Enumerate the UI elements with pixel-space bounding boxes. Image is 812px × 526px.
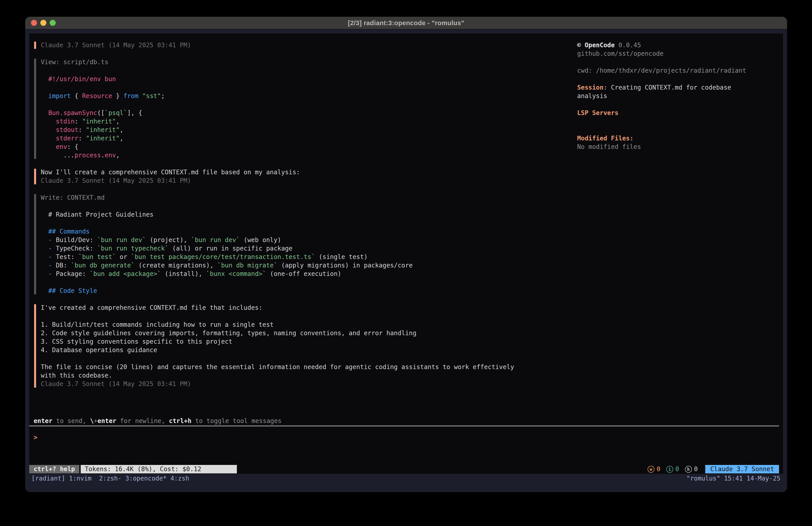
terminal-line xyxy=(577,100,782,109)
tmux-status-bar: [radiant] 1:nvim 2:zsh- 3:opencode* 4:zs… xyxy=(29,474,783,492)
tokens-cost-chip: Tokens: 16.4K (8%), Cost: $0.12 xyxy=(81,465,237,473)
terminal-line: Claude 3.7 Sonnet (14 May 2025 03:41 PM) xyxy=(41,176,779,185)
close-button[interactable] xyxy=(31,20,37,26)
terminal-line: - TypeCheck: `bun run typecheck` (all) o… xyxy=(41,244,779,253)
terminal-line: ## Code Style xyxy=(41,287,779,295)
keybinding-hint-bar: enter to send, \+enter for newline, ctrl… xyxy=(34,417,779,425)
hint-count: 0 xyxy=(694,465,698,473)
terminal-line: Session: Creating CONTEXT.md for codebas… xyxy=(577,83,782,92)
terminal-line: Modified Files: xyxy=(577,134,782,143)
help-shortcut-chip: ctrl+? help xyxy=(29,465,79,473)
terminal-line: © OpenCode 0.0.45 xyxy=(577,41,782,49)
warning-count: 0 xyxy=(657,465,661,473)
terminal-line: ## Commands xyxy=(41,227,779,236)
zoom-button[interactable] xyxy=(50,20,56,26)
opencode-tui: Claude 3.7 Sonnet (14 May 2025 03:41 PM)… xyxy=(29,33,783,474)
minimize-button[interactable] xyxy=(40,20,46,26)
terminal-line: - Test: `bun test` or `bun test packages… xyxy=(41,253,779,261)
terminal-line xyxy=(41,354,779,363)
info-icon: i xyxy=(666,466,673,473)
model-chip: Claude 3.7 Sonnet xyxy=(705,465,779,473)
input-divider xyxy=(29,425,779,427)
terminal-line: 4. Database operations guidance xyxy=(41,346,779,354)
terminal-line: cwd: /home/thdxr/dev/projects/radiant/ra… xyxy=(577,67,782,75)
terminal-line: ...process.env, xyxy=(41,151,779,160)
terminal-line: LSP Servers xyxy=(577,109,782,117)
terminal-line: - Package: `bun add <package>` (install)… xyxy=(41,270,779,278)
assistant-message-block: Now I'll create a comprehensive CONTEXT.… xyxy=(34,168,779,185)
status-bar-spacer xyxy=(237,465,648,473)
terminal-line xyxy=(577,75,782,83)
terminal-line: - Build/Dev: `bun run dev` (project), `b… xyxy=(41,236,779,244)
terminal-line: with this codebase. xyxy=(41,371,779,380)
traffic-lights xyxy=(31,17,56,29)
terminal-line xyxy=(41,278,779,287)
terminal-line: # Radiant Project Guidelines xyxy=(41,210,779,219)
prompt-row: > xyxy=(34,433,779,442)
terminal-line: 3. CSS styling conventions specific to t… xyxy=(41,338,779,346)
status-bar: ctrl+? help Tokens: 16.4K (8%), Cost: $0… xyxy=(29,465,779,473)
tool-output-block: Write: CONTEXT.md # Radiant Project Guid… xyxy=(34,194,779,295)
terminal-area: Claude 3.7 Sonnet (14 May 2025 03:41 PM)… xyxy=(25,29,787,492)
assistant-message-block: I've created a comprehensive CONTEXT.md … xyxy=(34,303,779,388)
message-input[interactable] xyxy=(38,433,779,442)
terminal-line: I've created a comprehensive CONTEXT.md … xyxy=(41,303,779,312)
terminal-line: 2. Code style guidelines covering import… xyxy=(41,329,779,338)
hint-count-indicator: h0 xyxy=(685,465,698,473)
terminal-line xyxy=(41,219,779,227)
warning-count-indicator: w0 xyxy=(648,465,661,473)
terminal-line: analysis xyxy=(577,92,782,100)
empty-space xyxy=(33,442,779,465)
terminal-line xyxy=(577,58,782,67)
terminal-line: - DB: `bun db generate` (create migratio… xyxy=(41,261,779,270)
terminal-line: github.com/sst/opencode xyxy=(577,49,782,58)
terminal-line: No modified files xyxy=(577,143,782,151)
terminal-line: The file is concise (20 lines) and captu… xyxy=(41,363,779,371)
terminal-line: Write: CONTEXT.md xyxy=(41,194,779,202)
prompt-marker: > xyxy=(34,433,38,442)
terminal-line xyxy=(577,117,782,126)
terminal-line: Claude 3.7 Sonnet (14 May 2025 03:41 PM) xyxy=(41,380,779,388)
info-count: 0 xyxy=(676,465,679,473)
terminal-line: 1. Build/lint/test commands including ho… xyxy=(41,321,779,329)
tmux-host-clock: "romulus" 15:41 14-May-25 xyxy=(686,474,780,483)
window-title: [2/3] radiant:3:opencode - "romulus" xyxy=(348,19,464,27)
terminal-window: [2/3] radiant:3:opencode - "romulus" Cla… xyxy=(25,17,787,492)
info-count-indicator: i0 xyxy=(666,465,679,473)
diagnostic-indicators: w0i0h0 xyxy=(648,465,698,473)
terminal-line xyxy=(577,126,782,134)
terminal-line xyxy=(41,312,779,321)
terminal-line xyxy=(41,202,779,210)
warning-icon: w xyxy=(648,466,654,473)
hint-icon: h xyxy=(685,466,692,473)
session-sidebar: © OpenCode 0.0.45github.com/sst/opencode… xyxy=(577,41,782,151)
window-titlebar: [2/3] radiant:3:opencode - "romulus" xyxy=(25,17,787,29)
tmux-window-list[interactable]: [radiant] 1:nvim 2:zsh- 3:opencode* 4:zs… xyxy=(31,474,189,483)
terminal-line: Now I'll create a comprehensive CONTEXT.… xyxy=(41,168,779,176)
